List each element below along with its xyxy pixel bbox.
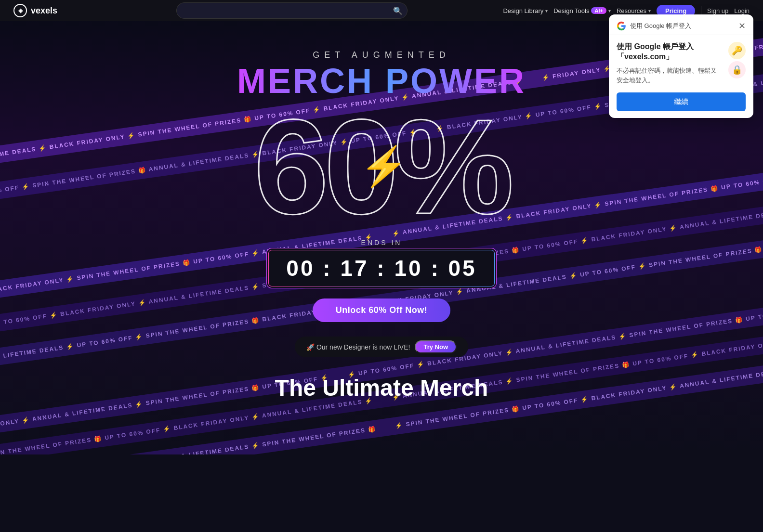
search-wrap: 🔍 bbox=[176, 2, 408, 19]
popup-description: 不必再記住密碼，就能快速、輕鬆又安全地登入。 bbox=[617, 66, 746, 85]
popup-header-title: 使用 Google 帳戶登入 bbox=[630, 22, 691, 30]
hero-subtitle: GET AUGMENTED bbox=[313, 50, 450, 60]
countdown-timer: 00 : 17 : 10 : 05 bbox=[268, 249, 495, 287]
countdown-label: ENDS IN bbox=[361, 239, 402, 247]
hero-bottom: The Ultimate Merch bbox=[0, 375, 763, 411]
countdown-section: ENDS IN 00 : 17 : 10 : 05 bbox=[268, 239, 495, 287]
lock-icon: 🔒 bbox=[728, 61, 746, 78]
announcement-text: 🚀 Our new Designer is now LIVE! bbox=[306, 343, 410, 351]
key-icon: 🔑 bbox=[728, 42, 746, 59]
nav-design-library[interactable]: Design Library ▾ bbox=[503, 7, 548, 14]
popup-continue-button[interactable]: 繼續 bbox=[617, 92, 746, 111]
countdown-minutes: 10 bbox=[394, 256, 422, 281]
countdown-hours: 17 bbox=[340, 256, 368, 281]
popup-close-button[interactable]: ✕ bbox=[738, 22, 746, 30]
popup-header-left: 使用 Google 帳戶登入 bbox=[617, 21, 691, 31]
countdown-seconds: 05 bbox=[448, 256, 477, 281]
login-link[interactable]: Login bbox=[734, 7, 750, 14]
signup-link[interactable]: Sign up bbox=[707, 7, 728, 14]
countdown-days: 00 bbox=[286, 256, 315, 281]
chevron-down-icon: ▾ bbox=[545, 8, 548, 13]
popup-icons-area: 🔑 🔒 bbox=[728, 42, 746, 78]
hero-big-percent: 60% ⚡ bbox=[254, 99, 509, 234]
popup-body: 🔑 🔒 使用 Google 帳戶登入「vexels.com」 不必再記住密碼，就… bbox=[609, 35, 753, 118]
logo[interactable]: ◈ vexels bbox=[13, 4, 81, 17]
nav-design-tools[interactable]: Design Tools AI+ ▾ bbox=[553, 7, 611, 14]
search-button[interactable]: 🔍 bbox=[393, 6, 403, 15]
logo-text: vexels bbox=[31, 6, 57, 16]
pink-bolt-icon: ⚡ bbox=[360, 147, 403, 186]
chevron-down-icon: ▾ bbox=[648, 8, 651, 13]
google-signin-popup: 使用 Google 帳戶登入 ✕ 🔑 🔒 使用 Google 帳戶登入「vexe… bbox=[609, 14, 753, 118]
popup-header: 使用 Google 帳戶登入 ✕ bbox=[609, 14, 753, 35]
google-logo-icon bbox=[617, 21, 626, 31]
search-input[interactable] bbox=[176, 2, 408, 19]
popup-main-title: 使用 Google 帳戶登入「vexels.com」 bbox=[617, 42, 746, 62]
chevron-down-icon: ▾ bbox=[608, 8, 611, 13]
nav-resources[interactable]: Resources ▾ bbox=[617, 7, 651, 14]
announcement-cta-button[interactable]: Try Now bbox=[415, 340, 457, 353]
logo-icon: ◈ bbox=[13, 4, 27, 17]
cta-button[interactable]: Unlock 60% Off Now! bbox=[313, 298, 451, 322]
announcement-bar: 🚀 Our new Designer is now LIVE! Try Now bbox=[295, 337, 468, 357]
ai-badge: AI+ bbox=[591, 7, 606, 14]
bottom-title: The Ultimate Merch bbox=[0, 375, 763, 401]
